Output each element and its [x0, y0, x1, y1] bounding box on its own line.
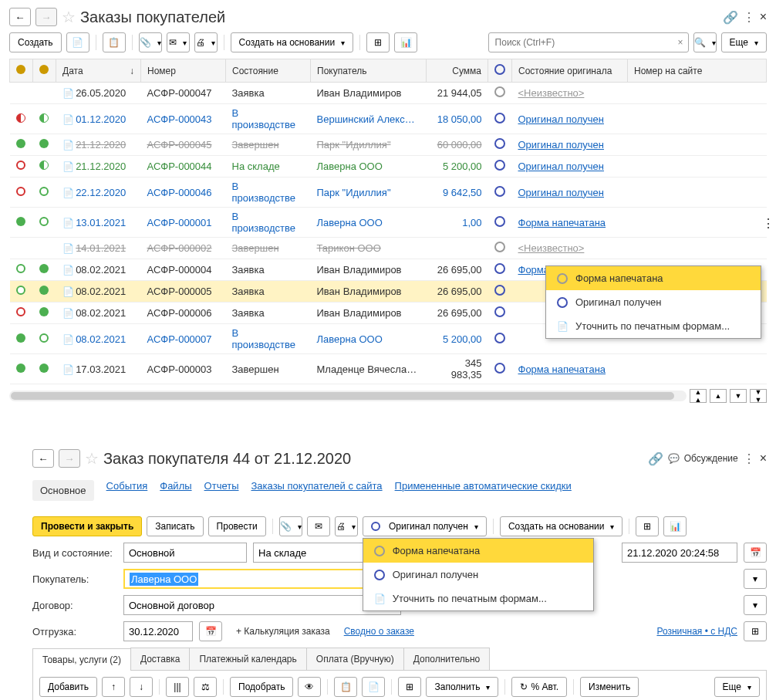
- table-row[interactable]: 📄 13.01.2021 АСФР-000001 В производстве …: [10, 208, 767, 238]
- print-button[interactable]: 🖨: [194, 32, 218, 52]
- calc-label[interactable]: + Калькуляция заказа: [236, 626, 330, 637]
- pick-button[interactable]: Подобрать: [230, 677, 293, 697]
- table-row[interactable]: 📄 26.05.2020 АСФР-000047 Заявка Иван Вла…: [10, 83, 767, 104]
- save-button[interactable]: Записать: [147, 516, 203, 536]
- retail-vat-link[interactable]: Розничная • с НДС: [656, 626, 737, 637]
- tab-main[interactable]: Основное: [32, 480, 94, 501]
- h-scrollbar[interactable]: [9, 391, 687, 401]
- tab-files[interactable]: Файлы: [160, 480, 191, 501]
- paste-rows-button[interactable]: 📄: [362, 677, 385, 697]
- side-dots[interactable]: ⋮: [762, 216, 774, 231]
- original-state-link[interactable]: Оригинал получен: [518, 187, 604, 198]
- move-up-button[interactable]: ↑: [102, 677, 125, 697]
- post-button[interactable]: Провести: [208, 516, 266, 536]
- print-button[interactable]: 🖨: [335, 516, 358, 536]
- datetime-input[interactable]: [622, 543, 737, 563]
- table-row[interactable]: 📄 01.12.2020 АСФР-000043 В производстве …: [10, 104, 767, 134]
- more-subtoolbar[interactable]: Еще: [714, 677, 760, 697]
- subtab-delivery[interactable]: Доставка: [130, 648, 191, 670]
- original-state-dropdown[interactable]: Оригинал получен: [363, 516, 487, 536]
- doc-button[interactable]: 📋: [103, 32, 126, 52]
- ctx-item-clarify[interactable]: 📄Уточнить по печатным формам...: [546, 314, 761, 338]
- subtab-extra[interactable]: Дополнительно: [403, 648, 490, 670]
- col-buyer[interactable]: Покупатель: [311, 59, 427, 83]
- original-state-link[interactable]: Форма напечатана: [518, 217, 606, 228]
- tab-reports[interactable]: Отчеты: [204, 480, 239, 501]
- more-vertical[interactable]: ⋮: [743, 451, 755, 466]
- close-icon[interactable]: ×: [760, 10, 767, 24]
- table-row[interactable]: 📄 21.12.2020 АСФР-000045 Завершен Парк "…: [10, 134, 767, 156]
- table-row[interactable]: 📄 14.01.2021 АСФР-000002 Завершен Тарико…: [10, 238, 767, 259]
- tab-site-orders[interactable]: Заказы покупателей с сайта: [251, 480, 383, 501]
- link-icon[interactable]: 🔗: [723, 10, 738, 25]
- close-icon[interactable]: ×: [760, 451, 767, 465]
- scroll-bottom[interactable]: ▼▼: [750, 389, 767, 403]
- table-row[interactable]: 📄 22.12.2020 АСФР-000046 В производстве …: [10, 178, 767, 208]
- table-row[interactable]: 📄 21.12.2020 АСФР-000044 На складе Лавер…: [10, 156, 767, 178]
- copy-rows-button[interactable]: 📋: [334, 677, 357, 697]
- original-state-link[interactable]: <Неизвестно>: [518, 87, 585, 99]
- auto-percent-button[interactable]: ↻ % Авт.: [511, 677, 567, 697]
- scroll-up[interactable]: ▲: [710, 389, 727, 403]
- edit-button[interactable]: Изменить: [580, 677, 639, 697]
- move-down-button[interactable]: ↓: [130, 677, 153, 697]
- struct-button[interactable]: ⊞: [636, 516, 659, 536]
- attach-button[interactable]: 📎: [279, 516, 302, 536]
- create-based-button[interactable]: Создать на основании: [231, 32, 354, 52]
- search-input[interactable]: [489, 37, 673, 48]
- discuss-icon[interactable]: 💬: [668, 453, 680, 464]
- col-sum[interactable]: Сумма: [427, 59, 488, 83]
- dropdown-button[interactable]: ▾: [744, 569, 767, 589]
- col-date[interactable]: Дата: [62, 66, 83, 76]
- mail-button[interactable]: ✉: [307, 516, 330, 536]
- search-dropdown[interactable]: 🔍: [693, 32, 717, 52]
- col-number[interactable]: Номер: [141, 59, 226, 83]
- create-based-button[interactable]: Создать на основании: [500, 516, 623, 536]
- calendar-button[interactable]: 📅: [199, 621, 222, 641]
- scroll-top[interactable]: ▲▲: [690, 389, 707, 403]
- report-button[interactable]: 📊: [663, 516, 687, 536]
- nav-back[interactable]: ←: [9, 8, 31, 26]
- barcode-button[interactable]: |||: [166, 677, 189, 697]
- summary-link[interactable]: Сводно о заказе: [344, 626, 414, 637]
- link-icon[interactable]: 🔗: [648, 451, 663, 466]
- scale-button[interactable]: ⚖: [194, 677, 217, 697]
- original-state-link[interactable]: Оригинал получен: [518, 139, 604, 150]
- col-orig[interactable]: Состояние оригинала: [512, 59, 628, 83]
- star-icon[interactable]: ☆: [85, 449, 99, 468]
- attach-button[interactable]: 📎: [139, 32, 162, 52]
- dropdown-button[interactable]: ▾: [744, 595, 767, 615]
- ctx-item-printed[interactable]: Форма напечатана: [363, 539, 593, 563]
- mail-button[interactable]: ✉: [167, 32, 190, 52]
- ctx-item-printed[interactable]: Форма напечатана: [546, 266, 761, 290]
- subtab-goods[interactable]: Товары, услуги (2): [32, 648, 131, 671]
- ctx-item-received[interactable]: Оригинал получен: [363, 563, 593, 587]
- tab-events[interactable]: События: [106, 480, 148, 501]
- copy-button[interactable]: 📄: [66, 32, 89, 52]
- discuss-label[interactable]: Обсуждение: [684, 453, 738, 464]
- buyer-input[interactable]: Лаверна ООО: [123, 569, 401, 589]
- add-button[interactable]: Добавить: [39, 677, 97, 697]
- tab-discounts[interactable]: Примененные автоматические скидки: [395, 480, 572, 501]
- subtab-payment-manual[interactable]: Оплата (Вручную): [306, 648, 404, 670]
- table-button[interactable]: ⊞: [398, 677, 421, 697]
- view-button[interactable]: 👁: [298, 677, 321, 697]
- more-vertical[interactable]: ⋮: [743, 10, 755, 25]
- original-state-link[interactable]: Оригинал получен: [518, 161, 604, 172]
- original-state-link[interactable]: <Неизвестно>: [518, 242, 585, 254]
- original-state-link[interactable]: Оригинал получен: [518, 113, 604, 125]
- post-close-button[interactable]: Провести и закрыть: [32, 516, 142, 536]
- settings-button[interactable]: ⊞: [744, 621, 767, 641]
- nav-back[interactable]: ←: [32, 449, 54, 468]
- table-row[interactable]: 📄 17.03.2021 АСФР-000003 Завершен Младен…: [10, 354, 767, 384]
- contract-input[interactable]: [123, 595, 401, 615]
- ship-date-input[interactable]: [123, 621, 193, 641]
- kind-input[interactable]: [123, 543, 247, 563]
- struct-button[interactable]: ⊞: [366, 32, 390, 52]
- fill-button[interactable]: Заполнить: [426, 677, 498, 697]
- report-button[interactable]: 📊: [394, 32, 417, 52]
- clear-search[interactable]: ×: [673, 37, 688, 48]
- search-input-wrap[interactable]: ×: [488, 32, 689, 52]
- star-icon[interactable]: ☆: [62, 8, 76, 26]
- ctx-item-received[interactable]: Оригинал получен: [546, 290, 761, 314]
